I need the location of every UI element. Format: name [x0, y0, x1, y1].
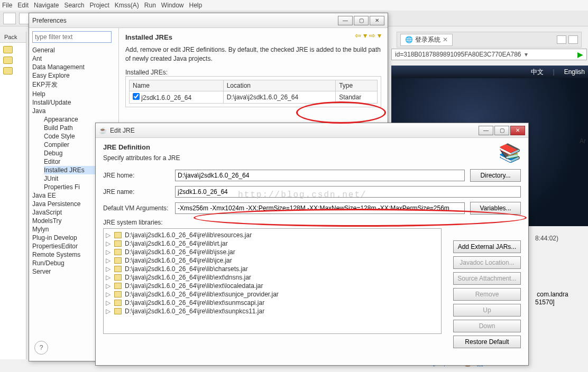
expand-icon[interactable]: ▷: [106, 240, 111, 247]
filter-input[interactable]: [32, 31, 112, 43]
tree-java[interactable]: Java: [32, 107, 118, 115]
address-bar[interactable]: id=318B0187889891095FA80E3C770EA786 ▾ ▶: [391, 49, 587, 60]
tree-item[interactable]: Data Management: [32, 63, 118, 71]
menu-run[interactable]: Run: [144, 2, 156, 9]
close-tab-icon[interactable]: ✕: [443, 36, 448, 43]
project-icon[interactable]: [3, 46, 13, 53]
maximize-button[interactable]: ▢: [494, 126, 509, 135]
menu-file[interactable]: File: [2, 2, 12, 9]
list-item[interactable]: ▷D:\java\j2sdk1.6.0_26_64\jre\lib\charse…: [106, 265, 439, 273]
project-icon[interactable]: [3, 67, 13, 75]
editor-tabs: 🌐 登录系统 ✕: [397, 32, 582, 48]
package-tab[interactable]: Pack: [0, 32, 26, 43]
menu-edit[interactable]: Edit: [17, 2, 29, 9]
ar-label: Ar: [580, 137, 586, 145]
add-external-jars-button[interactable]: Add External JARs...: [453, 240, 521, 253]
browser-tab[interactable]: 🌐 登录系统 ✕: [400, 34, 453, 46]
jre-location: D:\java\j2sdk1.6.0_26_64: [223, 91, 336, 103]
prefs-title: Preferences: [32, 17, 67, 24]
jre-type: Standar: [336, 91, 378, 103]
help-icon[interactable]: ?: [34, 341, 48, 355]
expand-icon[interactable]: ▷: [106, 248, 111, 256]
lang-en[interactable]: English: [564, 68, 585, 76]
tree-item[interactable]: EKP开发: [32, 80, 118, 90]
expand-icon[interactable]: ▷: [106, 265, 111, 273]
go-button[interactable]: ▶: [577, 50, 583, 59]
th-name[interactable]: Name: [130, 80, 224, 91]
close-button[interactable]: ✕: [510, 126, 525, 135]
jre-checkbox[interactable]: [133, 93, 140, 100]
jar-icon: [114, 266, 122, 272]
lang-cn[interactable]: 中文: [531, 68, 544, 77]
tree-item[interactable]: Help: [32, 90, 118, 98]
list-item[interactable]: ▷D:\java\j2sdk1.6.0_26_64\jre\lib\ext\dn…: [106, 273, 439, 282]
down-button[interactable]: Down: [453, 320, 521, 332]
tree-item[interactable]: Ant: [32, 54, 118, 63]
menu-search[interactable]: Search: [64, 2, 84, 9]
menu-help[interactable]: Help: [189, 2, 203, 9]
variables-button[interactable]: Variables...: [470, 202, 521, 215]
lib-path: D:\java\j2sdk1.6.0_26_64\jre\lib\jsse.ja…: [125, 248, 235, 256]
jre-home-input[interactable]: [175, 170, 465, 181]
expand-icon[interactable]: ▷: [106, 257, 111, 264]
tree-item[interactable]: Install/Update: [32, 98, 118, 107]
maximize-view-button[interactable]: [568, 35, 578, 44]
prefs-desc: Add, remove or edit JRE definitions. By …: [125, 45, 381, 63]
lib-path: D:\java\j2sdk1.6.0_26_64\jre\lib\charset…: [125, 265, 248, 273]
vm-args-input[interactable]: [175, 202, 465, 214]
jre-name-input[interactable]: [175, 186, 521, 198]
lib-path: D:\java\j2sdk1.6.0_26_64\jre\lib\rt.jar: [125, 240, 228, 247]
jre-table-label: Installed JREs:: [125, 69, 381, 76]
nav-arrows[interactable]: ⇦ ▾ ⇨ ▾: [355, 31, 381, 40]
lib-path: D:\java\j2sdk1.6.0_26_64\jre\lib\ext\sun…: [125, 291, 279, 298]
menu-bar: File Edit Navigate Search Project Kmss(A…: [0, 0, 588, 11]
editjre-titlebar[interactable]: ☕ Edit JRE — ▢ ✕: [96, 123, 528, 138]
javadoc-location-button[interactable]: Javadoc Location...: [453, 256, 521, 269]
list-item[interactable]: ▷D:\java\j2sdk1.6.0_26_64\jre\lib\jce.ja…: [106, 256, 439, 265]
minimize-button[interactable]: —: [338, 16, 353, 25]
remove-button[interactable]: Remove: [453, 288, 521, 301]
prefs-titlebar[interactable]: Preferences — ▢ ✕: [29, 13, 388, 28]
list-item[interactable]: ▷D:\java\j2sdk1.6.0_26_64\jre\lib\ext\lo…: [106, 282, 439, 290]
up-button[interactable]: Up: [453, 304, 521, 317]
expand-icon[interactable]: ▷: [106, 299, 111, 306]
restore-default-button[interactable]: Restore Default: [453, 336, 521, 348]
close-button[interactable]: ✕: [370, 16, 384, 25]
list-item[interactable]: ▷D:\java\j2sdk1.6.0_26_64\jre\lib\jsse.j…: [106, 248, 439, 256]
jre-table: Name Location Type j2sdk1.6.0_26_64 D:\j…: [129, 80, 378, 104]
list-item[interactable]: ▷D:\java\j2sdk1.6.0_26_64\jre\lib\rt.jar: [106, 239, 439, 248]
maximize-button[interactable]: ▢: [354, 16, 369, 25]
th-location[interactable]: Location: [223, 80, 336, 91]
source-attachment-button[interactable]: Source Attachment...: [453, 272, 521, 285]
menu-navigate[interactable]: Navigate: [34, 2, 59, 9]
list-item[interactable]: ▷D:\java\j2sdk1.6.0_26_64\jre\lib\resour…: [106, 231, 439, 239]
expand-icon[interactable]: ▷: [106, 282, 111, 290]
list-item[interactable]: ▷D:\java\j2sdk1.6.0_26_64\jre\lib\ext\su…: [106, 299, 439, 307]
editjre-subtitle: Specify attributes for a JRE: [103, 154, 521, 162]
lib-path: D:\java\j2sdk1.6.0_26_64\jre\lib\ext\sun…: [125, 308, 264, 315]
prefs-heading: Installed JREs: [125, 33, 381, 41]
list-item[interactable]: ▷D:\java\j2sdk1.6.0_26_64\jre\lib\ext\su…: [106, 307, 439, 315]
expand-icon[interactable]: ▷: [106, 308, 111, 315]
expand-icon[interactable]: ▷: [106, 274, 111, 281]
th-type[interactable]: Type: [336, 80, 378, 91]
project-icon[interactable]: [3, 57, 13, 64]
list-item[interactable]: ▷D:\java\j2sdk1.6.0_26_64\jre\lib\ext\su…: [106, 290, 439, 299]
minimize-button[interactable]: —: [479, 126, 493, 135]
books-icon: 📚: [499, 142, 521, 163]
expand-icon[interactable]: ▷: [106, 231, 111, 239]
minimize-view-button[interactable]: [557, 35, 566, 44]
expand-icon[interactable]: ▷: [106, 291, 111, 298]
directory-button[interactable]: Directory...: [470, 169, 521, 182]
menu-window[interactable]: Window: [161, 2, 184, 9]
tab-label: 登录系统: [415, 35, 440, 44]
menu-kmss[interactable]: Kmss(A): [115, 2, 139, 9]
tree-item[interactable]: Easy Explore: [32, 71, 118, 80]
dropdown-icon[interactable]: ▾: [525, 51, 528, 58]
lib-path: D:\java\j2sdk1.6.0_26_64\jre\lib\ext\loc…: [125, 282, 263, 290]
menu-project[interactable]: Project: [89, 2, 109, 9]
tree-item[interactable]: General: [32, 46, 118, 54]
toolbar-button[interactable]: [3, 13, 16, 24]
library-list[interactable]: ▷D:\java\j2sdk1.6.0_26_64\jre\lib\resour…: [103, 228, 442, 334]
table-row[interactable]: j2sdk1.6.0_26_64 D:\java\j2sdk1.6.0_26_6…: [130, 91, 378, 103]
